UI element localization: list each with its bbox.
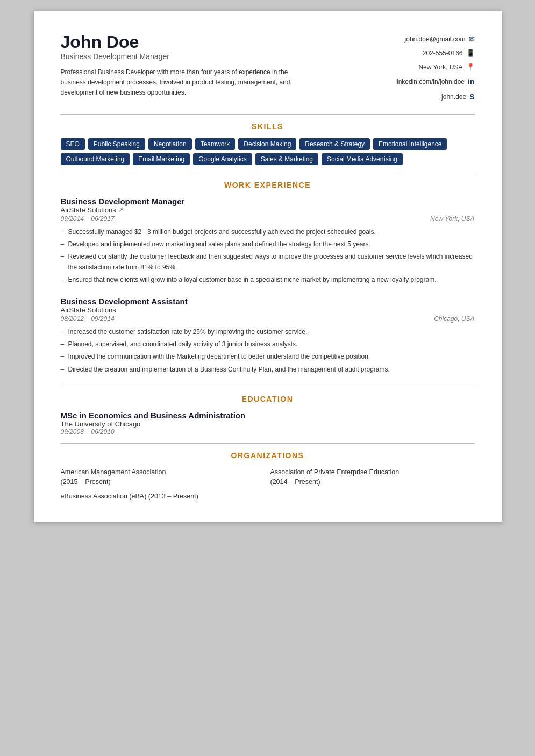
- bullet-item: Ensured that new clients will grow into …: [61, 275, 475, 285]
- location-text: New York, USA: [418, 61, 462, 74]
- org-name: American Management Association: [61, 468, 166, 476]
- education-heading: EDUCATION: [61, 395, 475, 403]
- skill-tag: Outbound Marketing: [61, 153, 130, 165]
- location-icon: 📍: [466, 60, 475, 74]
- edu-dates: 09/2008 – 06/2010: [61, 428, 475, 436]
- skills-divider-top: [61, 114, 475, 115]
- candidate-title: Business Development Manager: [61, 52, 396, 61]
- skill-tag: Emotional Intelligence: [373, 138, 447, 150]
- skype-icon: S: [469, 89, 474, 104]
- job-bullets: Successfully managed $2 - 3 million budg…: [61, 227, 475, 285]
- header-left: John Doe Business Development Manager Pr…: [61, 32, 396, 98]
- skill-tag: Teamwork: [195, 138, 236, 150]
- skill-tag: SEO: [61, 138, 85, 150]
- skills-section: SKILLS SEOPublic SpeakingNegotiationTeam…: [61, 122, 475, 165]
- skill-tag: Research & Strategy: [299, 138, 370, 150]
- job-entry: Business Development Manager AirState So…: [61, 197, 475, 285]
- phone-icon: 📱: [466, 46, 475, 60]
- contact-email: john.doe@gmail.com ✉: [395, 32, 474, 46]
- job-dates: 09/2014 – 06/2017: [61, 215, 115, 223]
- education-section: EDUCATION MSc in Economics and Business …: [61, 395, 475, 436]
- bullet-item: Directed the creation and implementation…: [61, 365, 475, 375]
- email-text: john.doe@gmail.com: [405, 33, 466, 46]
- bullet-item: Reviewed constantly the customer feedbac…: [61, 252, 475, 272]
- skill-tag: Public Speaking: [88, 138, 145, 150]
- skill-tag: Decision Making: [238, 138, 296, 150]
- candidate-summary: Professional Business Developer with mor…: [61, 67, 308, 98]
- job-title: Business Development Assistant: [61, 297, 475, 306]
- education-divider-top: [61, 387, 475, 387]
- header-right: john.doe@gmail.com ✉ 202-555-0166 📱 New …: [395, 32, 474, 104]
- skill-tag: Negotiation: [148, 138, 192, 150]
- phone-text: 202-555-0166: [423, 47, 463, 60]
- org-divider-top: [61, 443, 475, 444]
- linkedin-text: linkedin.com/in/john.doe: [395, 75, 465, 88]
- education-entry: MSc in Economics and Business Administra…: [61, 411, 475, 436]
- job-bullets: Increased the customer satisfaction rate…: [61, 327, 475, 375]
- org-grid: American Management Association(2015 – P…: [61, 467, 475, 488]
- org-heading: ORGANIZATIONS: [61, 451, 475, 460]
- job-meta: 09/2014 – 06/2017 New York, USA: [61, 215, 475, 223]
- skill-tag: Email Marketing: [133, 153, 190, 165]
- org-dates: (2014 – Present): [270, 478, 320, 486]
- bullet-item: Planned, supervised, and coordinated dai…: [61, 339, 475, 350]
- job-title: Business Development Manager: [61, 197, 475, 206]
- skill-tag: Social Media Advertising: [322, 153, 403, 165]
- skill-tag: Google Analytics: [193, 153, 252, 165]
- job-company: AirState Solutions ↗: [61, 206, 475, 214]
- contact-location: New York, USA 📍: [395, 60, 474, 74]
- job-location: New York, USA: [430, 215, 474, 223]
- work-heading: WORK EXPERIENCE: [61, 181, 475, 189]
- job-dates: 08/2012 – 09/2014: [61, 315, 115, 323]
- skills-divider-bottom: [61, 173, 475, 173]
- work-experience-section: WORK EXPERIENCE Business Development Man…: [61, 181, 475, 375]
- organizations-section: ORGANIZATIONS American Management Associ…: [61, 451, 475, 501]
- edu-degree: MSc in Economics and Business Administra…: [61, 411, 475, 420]
- skills-tags-container: SEOPublic SpeakingNegotiationTeamworkDec…: [61, 138, 475, 165]
- linkedin-icon: in: [468, 74, 474, 89]
- org-single-item: eBusiness Association (eBA) (2013 – Pres…: [61, 493, 475, 500]
- header-section: John Doe Business Development Manager Pr…: [61, 32, 475, 104]
- external-link-icon: ↗: [118, 206, 123, 213]
- bullet-item: Successfully managed $2 - 3 million budg…: [61, 227, 475, 237]
- bullet-item: Improved the communication with the Mark…: [61, 352, 475, 362]
- job-entry: Business Development Assistant AirState …: [61, 297, 475, 375]
- org-single-container: eBusiness Association (eBA) (2013 – Pres…: [61, 493, 475, 500]
- bullet-item: Developed and implemented new marketing …: [61, 239, 475, 249]
- contact-linkedin: linkedin.com/in/john.doe in: [395, 74, 474, 89]
- candidate-name: John Doe: [61, 32, 396, 52]
- skype-text: john.doe: [441, 90, 466, 103]
- edu-school: The University of Chicago: [61, 420, 475, 428]
- org-name: Association of Private Enterprise Educat…: [270, 468, 400, 476]
- education-container: MSc in Economics and Business Administra…: [61, 411, 475, 436]
- skill-tag: Sales & Marketing: [255, 153, 318, 165]
- job-location: Chicago, USA: [434, 315, 474, 323]
- job-meta: 08/2012 – 09/2014 Chicago, USA: [61, 315, 475, 323]
- jobs-container: Business Development Manager AirState So…: [61, 197, 475, 375]
- bullet-item: Increased the customer satisfaction rate…: [61, 327, 475, 337]
- email-icon: ✉: [469, 32, 475, 46]
- org-item: Association of Private Enterprise Educat…: [270, 467, 475, 488]
- contact-skype: john.doe S: [395, 89, 474, 104]
- skills-heading: SKILLS: [61, 122, 475, 131]
- job-company: AirState Solutions: [61, 306, 475, 314]
- org-dates: (2015 – Present): [61, 478, 111, 486]
- org-item: American Management Association(2015 – P…: [61, 467, 265, 488]
- contact-phone: 202-555-0166 📱: [395, 46, 474, 60]
- resume-document: John Doe Business Development Manager Pr…: [34, 11, 502, 522]
